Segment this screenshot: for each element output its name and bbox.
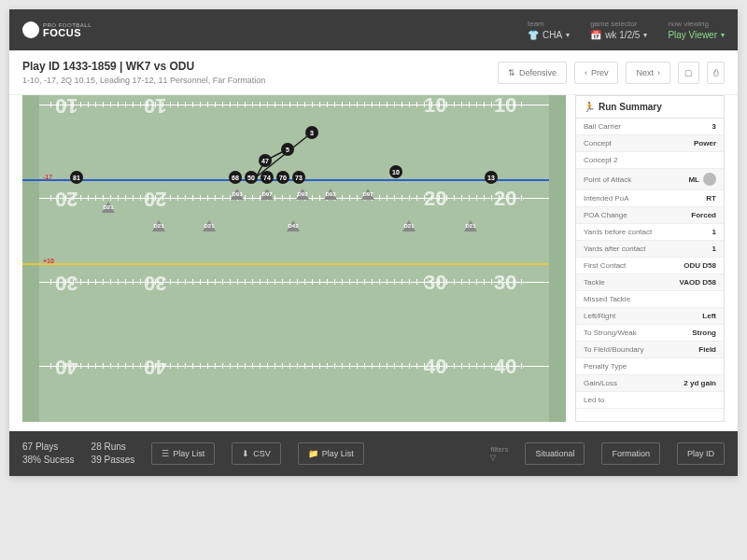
footer: 67 Plays38% Sucess 28 Runs39 Passes ☰Pla… xyxy=(9,431,738,476)
summary-row: TackleVAOD D58 xyxy=(576,274,724,291)
defense-player[interactable]: D42 xyxy=(287,220,300,231)
filters-label: filters▽ xyxy=(490,445,508,462)
defensive-button[interactable]: ⇅Defensive xyxy=(498,62,567,84)
offense-player[interactable]: 47 xyxy=(259,154,272,167)
run-summary-panel: 🏃Run Summary Ball Carrier3ConceptPowerCo… xyxy=(575,95,725,422)
summary-row: Yards after contact1 xyxy=(576,241,724,258)
field-diagram: -17 +10 10101010202020203030303040404040… xyxy=(22,95,566,422)
topbar: PRO FOOTBALL FOCUS team 👕CHA▾ game selec… xyxy=(9,9,738,50)
view-selector[interactable]: now viewing Play Viewer▾ xyxy=(668,20,725,40)
summary-row: Yards before contact1 xyxy=(576,224,724,241)
defense-player[interactable]: D97 xyxy=(261,189,274,200)
defense-player[interactable]: D21 xyxy=(402,220,416,231)
offense-player[interactable]: 13 xyxy=(485,171,498,184)
summary-row: Point of AttackML xyxy=(576,169,724,190)
playid-filter[interactable]: Play ID xyxy=(677,442,725,465)
play-header: Play ID 1433-1859 | WK7 vs ODU 1-10, -17… xyxy=(9,50,738,95)
download-icon: ⬇ xyxy=(242,449,249,458)
summary-row: Led to xyxy=(576,392,724,409)
offense-player[interactable]: 3 xyxy=(305,126,318,139)
run-icon: 🏃 xyxy=(584,102,595,112)
summary-row: Penalty Type xyxy=(576,358,724,375)
logo: PRO FOOTBALL FOCUS xyxy=(22,21,92,38)
summary-row: Gain/Loss2 yd gain xyxy=(576,375,724,392)
summary-row: To Strong/WeakStrong xyxy=(576,325,724,342)
csv-button[interactable]: ⬇CSV xyxy=(232,442,281,465)
summary-row: Missed Tackle xyxy=(576,291,724,308)
summary-row: Ball Carrier3 xyxy=(576,119,724,135)
situational-filter[interactable]: Situational xyxy=(525,442,585,465)
folder-icon: 📁 xyxy=(308,449,318,458)
defense-player[interactable]: D93 xyxy=(231,189,244,200)
summary-title: Run Summary xyxy=(599,102,662,112)
offense-player[interactable]: 73 xyxy=(292,171,305,184)
offense-player[interactable]: 50 xyxy=(245,171,258,184)
defense-player[interactable]: D97 xyxy=(361,189,374,200)
offense-player[interactable]: 81 xyxy=(70,171,83,184)
defense-player[interactable]: D92 xyxy=(296,189,309,200)
print-icon: ⎙ xyxy=(713,68,718,77)
chevron-left-icon: ‹ xyxy=(585,68,587,77)
summary-row: First ContactODU D58 xyxy=(576,258,724,274)
print-button[interactable]: ⎙ xyxy=(707,62,725,84)
chevron-down-icon: ▾ xyxy=(721,31,725,39)
defense-player[interactable]: D21 xyxy=(152,220,165,231)
play-title: Play ID 1433-1859 | WK7 vs ODU xyxy=(22,60,265,73)
runs-stat: 28 Runs39 Passes xyxy=(92,441,135,467)
offense-player[interactable]: 68 xyxy=(229,171,242,184)
summary-row: Concept 2 xyxy=(576,152,724,169)
list-icon: ☰ xyxy=(162,449,169,458)
video-icon: ▢ xyxy=(684,68,693,77)
defense-player[interactable]: D21 xyxy=(102,202,115,213)
next-button[interactable]: Next› xyxy=(626,62,670,84)
defense-player[interactable]: D93 xyxy=(324,189,337,200)
chevron-down-icon: ▾ xyxy=(643,31,647,39)
poa-dot xyxy=(703,173,716,186)
chevron-down-icon: ▾ xyxy=(566,31,570,39)
play-subtitle: 1-10, -17, 2Q 10.15, Leading 17-12, 11 P… xyxy=(22,76,265,85)
game-selector[interactable]: game selector 📅wk 1/2/5▾ xyxy=(590,20,647,40)
plays-stat: 67 Plays38% Sucess xyxy=(22,441,75,467)
logo-bot: FOCUS xyxy=(43,28,92,38)
calendar-icon: 📅 xyxy=(590,30,601,40)
summary-row: ConceptPower xyxy=(576,135,724,152)
summary-row: Intended PoART xyxy=(576,190,724,207)
defense-player[interactable]: D21 xyxy=(203,220,216,231)
prev-button[interactable]: ‹Prev xyxy=(574,62,619,84)
summary-row: To Field/BoundaryField xyxy=(576,342,724,358)
offense-player[interactable]: 10 xyxy=(389,165,402,178)
offense-player[interactable]: 74 xyxy=(261,171,274,184)
fdl-marker: +10 xyxy=(43,258,54,264)
logo-icon xyxy=(22,21,39,38)
offense-player[interactable]: 5 xyxy=(281,143,294,156)
formation-filter[interactable]: Formation xyxy=(601,442,660,465)
playlist-button[interactable]: ☰Play List xyxy=(151,442,215,465)
defense-player[interactable]: D21 xyxy=(464,220,477,231)
summary-row: Left/RightLeft xyxy=(576,308,724,325)
los-marker: -17 xyxy=(43,174,52,180)
video-button[interactable]: ▢ xyxy=(678,62,699,84)
summary-row: POA ChangeForced xyxy=(576,207,724,224)
playlist-button-2[interactable]: 📁Play List xyxy=(298,442,364,465)
team-selector[interactable]: team 👕CHA▾ xyxy=(528,20,570,40)
chevron-right-icon: › xyxy=(657,68,660,77)
offense-player[interactable]: 70 xyxy=(276,171,289,184)
filter-icon: ▽ xyxy=(490,454,496,462)
swap-icon: ⇅ xyxy=(508,68,515,77)
jersey-icon: 👕 xyxy=(528,30,539,40)
